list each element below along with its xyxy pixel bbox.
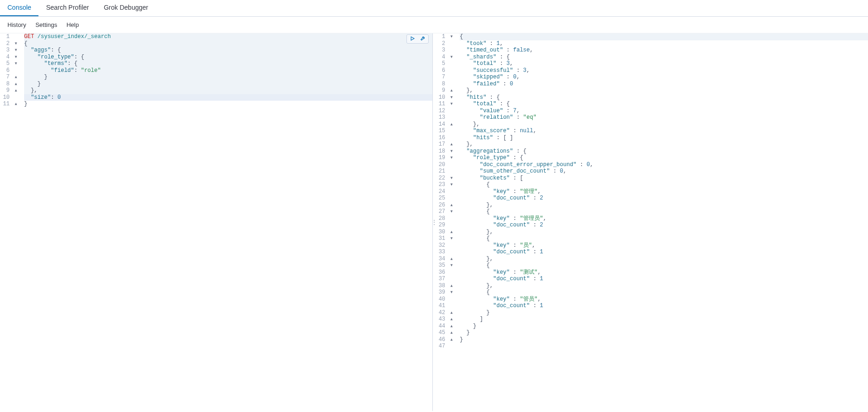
response-viewer[interactable]: 1 ▾2 3 4 ▾5 6 7 8 9 ▴10 ▾11 ▾12 13 14 ▴1… bbox=[436, 33, 868, 350]
code-line[interactable]: "key" : "管员", bbox=[460, 296, 868, 303]
code-line[interactable]: }, bbox=[460, 202, 868, 209]
code-line[interactable]: } bbox=[460, 336, 868, 343]
code-line[interactable]: "total" : 3, bbox=[460, 60, 868, 67]
fold-toggle-icon[interactable]: ▴ bbox=[450, 229, 453, 236]
request-editor[interactable]: 1 2 ▾3 ▾4 ▾5 ▾6 7 ▴8 ▴9 ▴10 11 ▴GET /sys… bbox=[0, 33, 432, 108]
fold-toggle-icon[interactable]: ▾ bbox=[450, 54, 453, 61]
fold-toggle-icon[interactable]: ▾ bbox=[14, 54, 18, 61]
code-line[interactable]: "doc_count" : 1 bbox=[460, 303, 868, 309]
fold-toggle-icon[interactable]: ▴ bbox=[450, 329, 453, 336]
code-line[interactable]: "size": 0 bbox=[24, 94, 432, 101]
submenu-settings[interactable]: Settings bbox=[35, 21, 57, 28]
code-line[interactable]: } bbox=[460, 329, 868, 336]
code-line[interactable]: "hits" : { bbox=[460, 94, 868, 101]
fold-toggle-icon[interactable]: ▴ bbox=[450, 336, 453, 343]
code-line[interactable]: "role_type": { bbox=[24, 54, 432, 61]
code-line[interactable]: "failed" : 0 bbox=[460, 81, 868, 88]
fold-toggle-icon[interactable]: ▴ bbox=[450, 121, 453, 128]
code-line[interactable]: } bbox=[24, 101, 432, 108]
code-line[interactable] bbox=[460, 343, 868, 350]
fold-toggle-icon[interactable]: ▾ bbox=[14, 60, 18, 67]
code-line[interactable]: }, bbox=[460, 87, 868, 94]
fold-toggle-icon[interactable]: ▴ bbox=[450, 256, 453, 263]
code-line[interactable]: "doc_count" : 1 bbox=[460, 249, 868, 256]
code-line[interactable]: "sum_other_doc_count" : 0, bbox=[460, 168, 868, 175]
fold-toggle-icon[interactable]: ▾ bbox=[450, 94, 453, 101]
code-line[interactable]: "total" : { bbox=[460, 101, 868, 108]
request-body[interactable]: GET /sysuser_index/_search{ "aggs": { "r… bbox=[21, 33, 432, 108]
code-line[interactable]: }, bbox=[460, 121, 868, 128]
fold-toggle-icon[interactable]: ▴ bbox=[450, 323, 453, 330]
code-line[interactable]: "_shards" : { bbox=[460, 54, 868, 61]
code-line[interactable]: "timed_out" : false, bbox=[460, 47, 868, 54]
fold-toggle-icon[interactable]: ▴ bbox=[450, 316, 453, 323]
code-line[interactable]: { bbox=[460, 181, 868, 188]
code-line[interactable]: "key" : "员", bbox=[460, 242, 868, 249]
fold-toggle-icon[interactable]: ▾ bbox=[450, 154, 453, 161]
code-line[interactable]: "skipped" : 0, bbox=[460, 74, 868, 81]
fold-toggle-icon[interactable]: ▾ bbox=[450, 33, 453, 40]
fold-toggle-icon[interactable]: ▾ bbox=[14, 47, 18, 54]
code-line[interactable]: { bbox=[460, 262, 868, 269]
fold-toggle-icon[interactable]: ▾ bbox=[450, 289, 453, 296]
tab-console[interactable]: Console bbox=[0, 0, 38, 16]
fold-toggle-icon[interactable]: ▴ bbox=[14, 101, 18, 108]
response-body[interactable]: { "took" : 1, "timed_out" : false, "_sha… bbox=[457, 33, 868, 350]
code-line[interactable]: "successful" : 3, bbox=[460, 67, 868, 74]
fold-toggle-icon[interactable]: ▾ bbox=[14, 40, 18, 47]
code-line[interactable]: "doc_count_error_upper_bound" : 0, bbox=[460, 161, 868, 168]
code-line[interactable]: "buckets" : [ bbox=[460, 175, 868, 182]
tab-grok-debugger[interactable]: Grok Debugger bbox=[96, 0, 156, 16]
code-line[interactable]: "doc_count" : 2 bbox=[460, 222, 868, 229]
code-line[interactable]: "doc_count" : 1 bbox=[460, 276, 868, 283]
code-line[interactable]: "max_score" : null, bbox=[460, 128, 868, 135]
code-line[interactable]: "took" : 1, bbox=[460, 40, 868, 47]
tab-search-profiler[interactable]: Search Profiler bbox=[38, 0, 96, 16]
fold-toggle-icon[interactable]: ▴ bbox=[450, 141, 453, 148]
code-line[interactable]: }, bbox=[460, 141, 868, 148]
code-line[interactable]: } bbox=[460, 323, 868, 330]
code-line[interactable]: "role_type" : { bbox=[460, 154, 868, 161]
code-line[interactable]: }, bbox=[460, 229, 868, 236]
fold-toggle-icon[interactable]: ▴ bbox=[14, 74, 18, 81]
code-line[interactable]: { bbox=[460, 208, 868, 215]
code-line[interactable]: "aggregations" : { bbox=[460, 148, 868, 155]
code-line[interactable]: "terms": { bbox=[24, 60, 432, 67]
fold-toggle-icon[interactable]: ▴ bbox=[450, 87, 453, 94]
code-line[interactable]: "key" : "管理", bbox=[460, 188, 868, 195]
code-line[interactable]: ] bbox=[460, 316, 868, 323]
run-request-button[interactable] bbox=[408, 35, 417, 43]
code-line[interactable]: { bbox=[460, 33, 868, 40]
code-line[interactable]: "hits" : [ ] bbox=[460, 135, 868, 142]
code-line[interactable]: "doc_count" : 2 bbox=[460, 195, 868, 202]
code-line[interactable]: } bbox=[24, 81, 432, 88]
fold-toggle-icon[interactable]: ▾ bbox=[450, 208, 453, 215]
fold-toggle-icon[interactable]: ▾ bbox=[450, 181, 453, 188]
fold-toggle-icon[interactable]: ▾ bbox=[450, 235, 453, 242]
request-options-button[interactable] bbox=[418, 35, 427, 43]
code-line[interactable]: }, bbox=[460, 283, 868, 290]
code-line[interactable]: }, bbox=[24, 87, 432, 94]
code-line[interactable]: "value" : 7, bbox=[460, 108, 868, 115]
fold-toggle-icon[interactable]: ▾ bbox=[450, 148, 453, 155]
code-line[interactable]: "key" : "测试", bbox=[460, 269, 868, 276]
fold-toggle-icon[interactable]: ▾ bbox=[450, 175, 453, 182]
fold-toggle-icon[interactable]: ▴ bbox=[14, 81, 18, 88]
code-line[interactable]: { bbox=[460, 235, 868, 242]
code-line[interactable]: "aggs": { bbox=[24, 47, 432, 54]
fold-toggle-icon[interactable]: ▴ bbox=[450, 309, 453, 316]
fold-toggle-icon[interactable]: ▾ bbox=[450, 101, 453, 108]
code-line[interactable]: } bbox=[460, 309, 868, 316]
code-line[interactable]: { bbox=[24, 40, 432, 47]
code-line[interactable]: GET /sysuser_index/_search bbox=[24, 33, 432, 40]
submenu-help[interactable]: Help bbox=[66, 21, 79, 28]
code-line[interactable]: "key" : "管理员", bbox=[460, 215, 868, 222]
code-line[interactable]: }, bbox=[460, 256, 868, 263]
code-line[interactable]: "relation" : "eq" bbox=[460, 114, 868, 121]
fold-toggle-icon[interactable]: ▴ bbox=[450, 202, 453, 209]
fold-toggle-icon[interactable]: ▾ bbox=[450, 262, 453, 269]
submenu-history[interactable]: History bbox=[7, 21, 26, 28]
code-line[interactable]: } bbox=[24, 74, 432, 81]
code-line[interactable]: "field": "role" bbox=[24, 67, 432, 74]
code-line[interactable]: { bbox=[460, 289, 868, 296]
